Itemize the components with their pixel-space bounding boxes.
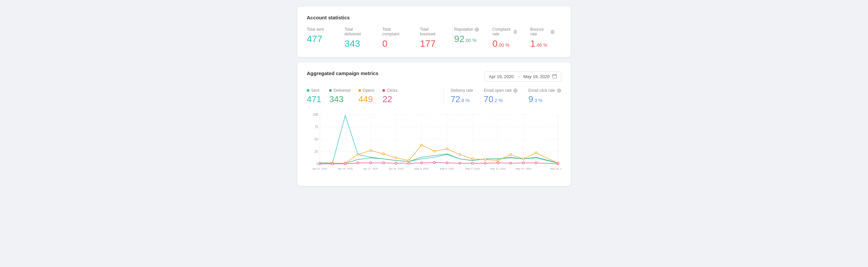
reputation-info-icon[interactable]: i (475, 27, 479, 32)
stat-total-bounced: Total bounced 177 (413, 27, 451, 49)
chart-container: 0 25 50 75 100 Apr 21, 2020 Apr 24, 2020… (307, 111, 561, 178)
clicks-dot-11 (446, 162, 448, 164)
metric-opens: Opens 449 (359, 88, 374, 104)
stat-value-total-sent: 477 (307, 34, 331, 45)
opens-dot-16 (509, 154, 512, 156)
clicks-dot-19 (557, 163, 559, 165)
svg-text:May 19, 2020: May 19, 2020 (550, 167, 561, 170)
clicks-dot (382, 89, 385, 92)
campaign-metrics-title: Aggregated campaign metrics (307, 71, 378, 76)
opens-dot-8 (408, 160, 410, 162)
stat-total-sent: Total sent 477 (307, 27, 338, 45)
rate-label-email-click: Email click rate i (528, 88, 561, 93)
date-range-picker[interactable]: Apr 19, 2020 → May 19, 2020 (485, 72, 561, 82)
stat-value-reputation: 92.00 % (454, 34, 479, 45)
delivered-dot (329, 89, 332, 92)
metric-delivered: Delivered 343 (329, 88, 350, 104)
opens-dot-10 (433, 150, 435, 152)
clicks-dot-17 (522, 162, 524, 164)
opens-dot-11 (446, 148, 448, 150)
rate-group: Delivery rate 72.8 % Email open rate i 7… (451, 88, 561, 104)
email-open-rate-info-icon[interactable]: i (513, 88, 518, 93)
stat-value-total-delivered: 343 (344, 38, 369, 49)
calendar-icon (552, 74, 557, 79)
rate-value-email-open: 70.2 % (484, 94, 518, 104)
aggregated-header: Aggregated campaign metrics Apr 19, 2020… (307, 71, 561, 83)
clicks-dot-13 (472, 162, 474, 164)
svg-text:May 12, 2020: May 12, 2020 (490, 167, 506, 170)
metric-value-clicks: 22 (382, 94, 397, 104)
metric-value-delivered: 343 (329, 94, 350, 104)
opens-dot (359, 89, 361, 92)
clicks-dot-4 (357, 162, 359, 164)
email-click-rate-info-icon[interactable]: i (557, 88, 561, 93)
clicks-dot-9 (421, 162, 423, 164)
clicks-dot-12 (459, 162, 461, 164)
stat-label-total-delivered: Total delivered (344, 27, 369, 36)
account-statistics-title: Account statistics (307, 15, 561, 20)
clicks-dot-10 (433, 162, 435, 163)
stat-reputation: Reputation i 92.00 % (454, 27, 486, 45)
clicks-dot-2 (332, 163, 333, 165)
rate-delivery: Delivery rate 72.8 % (451, 88, 473, 104)
complaint-rate-info-icon[interactable]: i (514, 30, 517, 34)
opens-dot-5 (370, 150, 372, 152)
stat-label-complaint-rate: Complaint rate i (492, 27, 517, 36)
rate-value-delivery: 72.8 % (451, 94, 473, 104)
chart-line-opens (320, 145, 558, 163)
opens-dot-4 (357, 154, 359, 156)
svg-text:25: 25 (314, 150, 318, 154)
stat-total-complaint: Total complaint 0 (376, 27, 413, 49)
clicks-dot-1 (319, 163, 321, 165)
rate-label-email-open: Email open rate i (484, 88, 518, 93)
metric-label-clicks: Clicks (382, 88, 397, 93)
svg-text:Apr 21, 2020: Apr 21, 2020 (312, 167, 328, 170)
opens-dot-7 (395, 157, 397, 159)
clicks-dot-8 (408, 162, 410, 164)
campaign-metrics-card: Aggregated campaign metrics Apr 19, 2020… (298, 62, 570, 186)
clicks-dot-16 (509, 162, 512, 164)
metric-label-opens: Opens (359, 88, 374, 93)
opens-dot-18 (535, 152, 537, 154)
stat-label-total-sent: Total sent (307, 27, 331, 32)
rate-value-email-click: 9.3 % (528, 94, 561, 104)
opens-dot-6 (382, 153, 384, 155)
stat-total-delivered: Total delivered 343 (338, 27, 375, 49)
stat-label-total-bounced: Total bounced (420, 27, 444, 36)
opens-dot-14 (484, 159, 486, 161)
svg-text:100: 100 (313, 113, 318, 116)
stat-value-total-complaint: 0 (382, 38, 407, 49)
opens-dot-17 (522, 158, 524, 160)
metric-legend-group: Sent 471 Delivered 343 Opens (307, 88, 437, 104)
clicks-dot-14 (484, 162, 486, 164)
rate-email-open: Email open rate i 70.2 % (484, 88, 518, 104)
account-statistics-card: Account statistics Total sent 477 Total … (298, 7, 570, 57)
chart-line-sent (320, 115, 558, 163)
rate-email-click: Email click rate i 9.3 % (528, 88, 561, 104)
campaign-chart: 0 25 50 75 100 Apr 21, 2020 Apr 24, 2020… (307, 111, 561, 178)
stat-value-total-bounced: 177 (420, 38, 444, 49)
opens-dot-9 (421, 144, 423, 146)
stat-label-reputation: Reputation i (454, 27, 479, 32)
opens-dot-15 (497, 160, 499, 162)
clicks-dot-5 (370, 162, 372, 164)
date-arrow-icon: → (516, 74, 521, 79)
svg-text:Apr 30, 2020: Apr 30, 2020 (389, 167, 404, 170)
metric-label-delivered: Delivered (329, 88, 350, 93)
stat-label-bounce-rate: Bounce rate i (530, 27, 555, 36)
clicks-dot-3 (344, 163, 346, 165)
svg-text:May 6, 2020: May 6, 2020 (440, 167, 455, 170)
clicks-dot-15 (497, 162, 499, 164)
stat-value-complaint-rate: 0.00 % (492, 38, 517, 49)
bounce-rate-info-icon[interactable]: i (551, 30, 555, 34)
metric-clicks: Clicks 22 (382, 88, 397, 104)
svg-text:May 15, 2020: May 15, 2020 (516, 167, 532, 170)
stat-bounce-rate: Bounce rate i 1.46 % (524, 27, 561, 49)
stat-value-bounce-rate: 1.46 % (530, 38, 555, 49)
metric-value-opens: 449 (359, 94, 374, 104)
stat-complaint-rate: Complaint rate i 0.00 % (486, 27, 523, 49)
clicks-dot-18 (535, 162, 537, 164)
main-container: Account statistics Total sent 477 Total … (298, 7, 570, 186)
svg-text:0: 0 (316, 162, 318, 166)
svg-text:May 9, 2020: May 9, 2020 (465, 167, 480, 170)
